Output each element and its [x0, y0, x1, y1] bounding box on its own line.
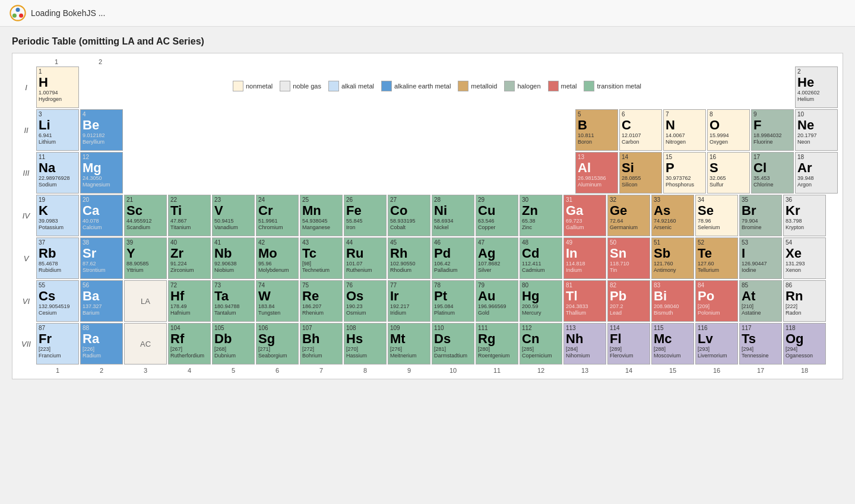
element-Cl[interactable]: 17 Cl 35.453 Chlorine [751, 152, 794, 194]
element-Ca[interactable]: 20 Ca 40.078 Calcium [80, 195, 123, 236]
period-label-I: I [17, 66, 35, 108]
element-Si[interactable]: 14 Si 28.0855 Silicon [619, 152, 662, 194]
element-Og[interactable]: 118 Og [294] Oganesson [783, 323, 826, 364]
element-Fr[interactable]: 87 Fr [223] Francium [36, 323, 79, 364]
element-Ag[interactable]: 47 Ag 107.8682 Silver [476, 237, 518, 279]
element-C[interactable]: 6 C 12.0107 Carbon [619, 109, 662, 151]
element-Mg[interactable]: 12 Mg 24.3050 Magnesium [80, 152, 123, 194]
element-Ra[interactable]: 88 Ra [226] Radium [80, 323, 123, 364]
header: Loading BokehJS ... [0, 0, 855, 27]
element-Te[interactable]: 52 Te 127.60 Tellurium [695, 237, 738, 279]
element-Sn[interactable]: 50 Sn 118.710 Tin [607, 237, 650, 279]
element-Au[interactable]: 79 Au 196.966569 Gold [476, 280, 518, 322]
element-Mc[interactable]: 115 Mc [288] Moscovium [651, 323, 694, 364]
element-B[interactable]: 5 B 10.811 Boron [575, 109, 618, 151]
element-Ge[interactable]: 32 Ge 72.64 Germanium [607, 195, 650, 236]
element-Na[interactable]: 11 Na 22.98976928 Sodium [36, 152, 79, 194]
element-Rh[interactable]: 45 Rh 102.90550 Rhodium [388, 237, 430, 279]
element-Sc[interactable]: 21 Sc 44.955912 Scandium [124, 195, 167, 236]
element-He[interactable]: 2 He 4.002602 Helium [795, 66, 838, 108]
element-Cr[interactable]: 24 Cr 51.9961 Chromium [256, 195, 299, 236]
element-Ba[interactable]: 56 Ba 137.327 Barium [80, 280, 123, 322]
element-Zn[interactable]: 30 Zn 65.38 Zinc [520, 195, 562, 236]
element-Mo[interactable]: 42 Mo 95.96 Molybdenum [256, 237, 299, 279]
element-Cn[interactable]: 112 Cn [285] Copernicium [520, 323, 562, 364]
element-Fe[interactable]: 26 Fe 55.845 Iron [344, 195, 387, 236]
element-I[interactable]: 53 I 126.90447 Iodine [739, 237, 782, 279]
element-H[interactable]: 1 H 1.00794 Hydrogen [36, 66, 79, 108]
element-Kr[interactable]: 36 Kr 83.798 Krypton [783, 195, 826, 236]
element-Al[interactable]: 13 Al 26.9815386 Aluminum [575, 152, 618, 194]
element-Ds[interactable]: 110 Ds [281] Darmstadtium [432, 323, 474, 364]
legend-noble-gas: noble gas [280, 81, 321, 91]
element-Ta[interactable]: 73 Ta 180.94788 Tantalum [212, 280, 255, 322]
element-Rg[interactable]: 111 Rg [280] Roentgenium [476, 323, 518, 364]
element-Hs[interactable]: 108 Hs [270] Hassium [344, 323, 387, 364]
element-Ir[interactable]: 77 Ir 192.217 Iridium [388, 280, 430, 322]
element-Co[interactable]: 27 Co 58.933195 Cobalt [388, 195, 430, 236]
element-W[interactable]: 74 W 183.84 Tungsten [256, 280, 299, 322]
legend-alkali-metal: alkali metal [328, 81, 374, 91]
element-As[interactable]: 33 As 74.92160 Arsenic [651, 195, 694, 236]
element-Ts[interactable]: 117 Ts [294] Tennessine [739, 323, 782, 364]
element-Y[interactable]: 39 Y 88.90585 Yttrium [124, 237, 167, 279]
element-Hg[interactable]: 80 Hg 200.59 Mercury [520, 280, 562, 322]
element-Cs[interactable]: 55 Cs 132.9054519 Cesium [36, 280, 79, 322]
element-Sr[interactable]: 38 Sr 87.62 Strontium [80, 237, 123, 279]
element-Cu[interactable]: 29 Cu 63.546 Copper [476, 195, 518, 236]
element-Be[interactable]: 4 Be 9.012182 Beryllium [80, 109, 123, 151]
element-Po[interactable]: 84 Po [209] Polonium [695, 280, 738, 322]
element-Mt[interactable]: 109 Mt [276] Meitnerium [388, 323, 430, 364]
element-Nb[interactable]: 41 Nb 92.90638 Niobium [212, 237, 255, 279]
element-Sg[interactable]: 106 Sg [271] Seaborgium [256, 323, 299, 364]
element-Nh[interactable]: 113 Nh [284] Nihomium [563, 323, 606, 364]
col-9 [387, 58, 429, 65]
element-Pt[interactable]: 78 Pt 195.084 Platinum [432, 280, 474, 322]
element-Br[interactable]: 35 Br 79.904 Bromine [739, 195, 782, 236]
element-Ni[interactable]: 28 Ni 58.6934 Nickel [432, 195, 474, 236]
element-Xe[interactable]: 54 Xe 131.293 Xenon [783, 237, 826, 279]
element-Se[interactable]: 34 Se 78.96 Selenium [695, 195, 738, 236]
element-At[interactable]: 85 At [210] Astatine [739, 280, 782, 322]
element-Tl[interactable]: 81 Tl 204.3833 Thallium [563, 280, 606, 322]
element-N[interactable]: 7 N 14.0067 Nitrogen [663, 109, 706, 151]
element-Zr[interactable]: 40 Zr 91.224 Zirconium [168, 237, 211, 279]
element-Os[interactable]: 76 Os 190.23 Osmium [344, 280, 387, 322]
element-Rn[interactable]: 86 Rn [222] Radon [783, 280, 826, 322]
col-14 [606, 58, 649, 65]
element-Rb[interactable]: 37 Rb 85.4678 Rubidium [36, 237, 79, 279]
col-11 [474, 58, 517, 65]
element-F[interactable]: 9 F 18.9984032 Fluorine [751, 109, 794, 151]
element-Lv[interactable]: 116 Lv [293] Livermorium [695, 323, 738, 364]
element-Re[interactable]: 75 Re 186.207 Rhenium [300, 280, 343, 322]
element-Ru[interactable]: 44 Ru 101.07 Ruthenium [344, 237, 387, 279]
element-Ti[interactable]: 22 Ti 47.867 Titanium [168, 195, 211, 236]
element-Pb[interactable]: 82 Pb 207.2 Lead [607, 280, 650, 322]
element-Bh[interactable]: 107 Bh [272] Bohrium [300, 323, 343, 364]
svg-point-2 [19, 14, 23, 18]
element-Li[interactable]: 3 Li 6.941 Lithium [36, 109, 79, 151]
element-Ar[interactable]: 18 Ar 39.948 Argon [795, 152, 838, 194]
element-O[interactable]: 8 O 15.9994 Oxygen [707, 109, 750, 151]
element-Pd[interactable]: 46 Pd 106.42 Palladium [432, 237, 474, 279]
element-Bi[interactable]: 83 Bi 208.98040 Bismuth [651, 280, 694, 322]
element-Hf[interactable]: 72 Hf 178.49 Hafnium [168, 280, 211, 322]
svg-point-3 [12, 14, 17, 18]
element-Cd[interactable]: 48 Cd 112.411 Cadmium [520, 237, 562, 279]
element-V[interactable]: 23 V 50.9415 Vanadium [212, 195, 255, 236]
element-Ga[interactable]: 31 Ga 69.723 Gallium [563, 195, 606, 236]
element-Fl[interactable]: 114 Fl [289] Flerovium [607, 323, 650, 364]
element-Sb[interactable]: 51 Sb 121.760 Antimony [651, 237, 694, 279]
element-Rf[interactable]: 104 Rf [267] Rutherfordium [168, 323, 211, 364]
element-Ne[interactable]: 10 Ne 20.1797 Neon [795, 109, 838, 151]
element-K[interactable]: 19 K 39.0983 Potassium [36, 195, 79, 236]
period-label-V: V [17, 237, 35, 279]
bokeh-logo-icon [10, 5, 26, 21]
element-S[interactable]: 16 S 32.065 Sulfur [707, 152, 750, 194]
element-Mn[interactable]: 25 Mn 54.938045 Manganese [300, 195, 343, 236]
element-Tc[interactable]: 43 Tc [98] Technetium [300, 237, 343, 279]
element-In[interactable]: 49 In 114.818 Indium [563, 237, 606, 279]
col-8 [343, 58, 385, 65]
element-Db[interactable]: 105 Db [268] Dubnium [212, 323, 255, 364]
element-P[interactable]: 15 P 30.973762 Phosphorus [663, 152, 706, 194]
